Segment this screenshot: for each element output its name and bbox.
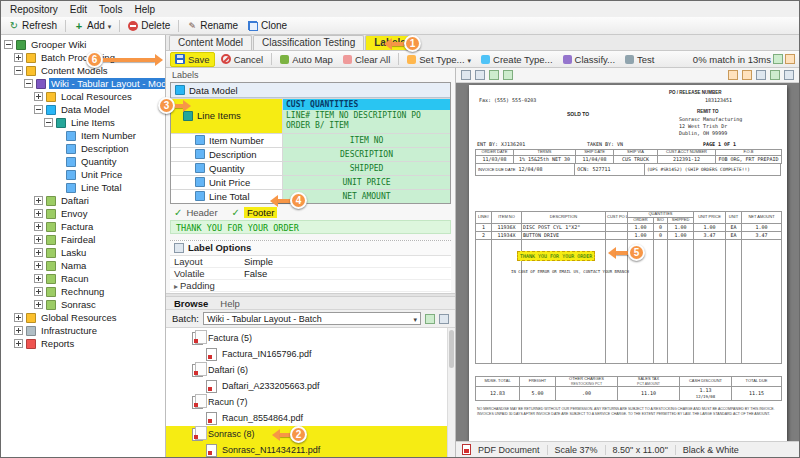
auto-map-button[interactable]: Auto Map — [276, 53, 337, 66]
thank-you-highlight[interactable]: THANK YOU FOR YOUR ORDER — [517, 251, 595, 261]
tree-item-line-items[interactable]: Line Items — [1, 116, 165, 129]
clone-button[interactable]: Clone — [244, 19, 291, 32]
field-label-value[interactable]: ITEM NO — [283, 134, 450, 147]
panel-layout-icon[interactable] — [785, 54, 795, 64]
tree-item-unit-price[interactable]: Unit Price — [1, 168, 165, 181]
option-value[interactable]: False — [240, 268, 451, 279]
expander-icon[interactable] — [34, 248, 43, 257]
batch-folder-daftari[interactable]: Daftari (6) — [166, 362, 455, 378]
batch-dropdown[interactable]: Wiki - Tabular Layout - Batch — [203, 312, 421, 325]
tree-item-lasku[interactable]: Lasku — [1, 246, 165, 259]
select-icon[interactable] — [461, 70, 471, 80]
batch-folder-racun[interactable]: Racun (7) — [166, 394, 455, 410]
tree-item-local-resources[interactable]: Local Resources — [1, 90, 165, 103]
option-row-volatile[interactable]: Volatile False — [170, 268, 451, 280]
menu-repository[interactable]: Repository — [4, 3, 64, 16]
test-button[interactable]: Test — [621, 53, 658, 66]
batch-folder-factura[interactable]: Factura (5) — [166, 330, 455, 346]
tree-item-grooper-wiki[interactable]: Grooper Wiki — [1, 38, 165, 51]
tree-item-envoy[interactable]: Envoy — [1, 207, 165, 220]
create-type-button[interactable]: Create Type... — [477, 53, 557, 66]
expander-icon[interactable] — [14, 326, 23, 335]
thumbnails-icon[interactable] — [770, 70, 780, 80]
expander-icon[interactable] — [34, 222, 43, 231]
header-check-icon[interactable] — [174, 207, 182, 218]
tab-browse[interactable]: Browse — [174, 298, 208, 309]
field-label-value[interactable]: NET AMOUNT — [283, 190, 450, 203]
option-value[interactable] — [240, 280, 451, 291]
tree-item-racun[interactable]: Racun — [1, 272, 165, 285]
menu-edit[interactable]: Edit — [64, 3, 93, 16]
fit-page-icon[interactable] — [756, 70, 766, 80]
tree-item-infrastructure[interactable]: Infrastructure — [1, 324, 165, 337]
delete-button[interactable]: Delete — [124, 19, 174, 32]
batch-options-icon[interactable] — [439, 314, 449, 324]
expander-icon[interactable] — [14, 313, 23, 322]
tree-item-daftari[interactable]: Daftari — [1, 194, 165, 207]
field-row-description[interactable]: Description DESCRIPTION — [171, 147, 450, 161]
tree-item-description[interactable]: Description — [1, 142, 165, 155]
cancel-button[interactable]: Cancel — [217, 53, 268, 66]
zoom-in-icon[interactable] — [489, 70, 499, 80]
refresh-button[interactable]: Refresh — [5, 19, 61, 32]
diagnostics-icon[interactable] — [773, 54, 783, 64]
field-name-cell[interactable]: Description — [171, 148, 283, 161]
invoice-page[interactable]: Fax: (555) 555-0203 PO / RELEASE NUMBER … — [469, 85, 787, 441]
tree-item-global-resources[interactable]: Global Resources — [1, 311, 165, 324]
fit-width-icon[interactable] — [742, 70, 752, 80]
tree-item-factura[interactable]: Factura — [1, 220, 165, 233]
rename-button[interactable]: Rename — [183, 19, 242, 32]
expander-icon[interactable] — [34, 300, 43, 309]
header-toggle[interactable]: Header — [186, 207, 217, 218]
footer-label-preview[interactable]: THANK YOU FOR YOUR ORDER — [170, 220, 451, 234]
save-button[interactable]: Save — [170, 52, 215, 67]
line-items-label-value[interactable]: CUST QUANTITIES LINE# ITEM NO DESCRIPTIO… — [283, 99, 450, 133]
expander-icon[interactable] — [44, 118, 53, 127]
batch-doc-racun[interactable]: Racun_8554864.pdf — [166, 410, 455, 426]
field-label-value[interactable]: SHIPPED — [283, 162, 450, 175]
field-row-quantity[interactable]: Quantity SHIPPED — [171, 161, 450, 175]
tree-item-wiki-tabular-layout-model[interactable]: Wiki - Tabular Layout - Model — [1, 77, 165, 90]
tree-item-data-model[interactable]: Data Model — [1, 103, 165, 116]
expander-icon[interactable] — [14, 339, 23, 348]
expander-icon[interactable] — [24, 79, 33, 88]
option-row-layout[interactable]: Layout Simple — [170, 256, 451, 268]
viewer-settings-icon[interactable] — [784, 70, 794, 80]
zoom-out-icon[interactable] — [503, 70, 513, 80]
footer-check-icon[interactable] — [232, 207, 240, 218]
tree-item-reports[interactable]: Reports — [1, 337, 165, 350]
tree-item-sonrasc[interactable]: Sonrasc — [1, 298, 165, 311]
expander-icon[interactable] — [34, 261, 43, 270]
scale-status[interactable]: Scale 37% — [555, 445, 598, 455]
field-row-line-total[interactable]: Line Total NET AMOUNT — [171, 189, 450, 203]
field-row-unit-price[interactable]: Unit Price UNIT PRICE — [171, 175, 450, 189]
set-type-button[interactable]: Set Type... — [403, 53, 475, 66]
menu-help[interactable]: Help — [128, 3, 161, 16]
expander-icon[interactable] — [34, 287, 43, 296]
expander-icon[interactable] — [4, 40, 13, 49]
tree-item-quantity[interactable]: Quantity — [1, 155, 165, 168]
list-scrollbar[interactable] — [447, 328, 455, 457]
add-button[interactable]: Add — [70, 19, 115, 32]
expander-icon[interactable] — [14, 66, 23, 75]
field-name-cell[interactable]: Item Number — [171, 134, 283, 147]
field-name-cell[interactable]: Quantity — [171, 162, 283, 175]
tree-item-nama[interactable]: Nama — [1, 259, 165, 272]
pan-icon[interactable] — [475, 70, 485, 80]
expand-arrow-icon[interactable] — [174, 280, 178, 291]
expander-icon[interactable] — [34, 105, 43, 114]
field-label-value[interactable]: UNIT PRICE — [283, 176, 450, 189]
expander-icon[interactable] — [34, 274, 43, 283]
field-name-cell[interactable]: Unit Price — [171, 176, 283, 189]
tree-item-item-number[interactable]: Item Number — [1, 129, 165, 142]
tab-help[interactable]: Help — [220, 298, 240, 309]
tab-content-model[interactable]: Content Model — [169, 35, 252, 50]
viewer-canvas[interactable]: Fax: (555) 555-0203 PO / RELEASE NUMBER … — [456, 83, 799, 441]
expander-icon[interactable] — [14, 53, 23, 62]
tab-classification-testing[interactable]: Classification Testing — [253, 35, 364, 50]
tree-item-rechnung[interactable]: Rechnung — [1, 285, 165, 298]
field-label-value[interactable]: DESCRIPTION — [283, 148, 450, 161]
classify-button[interactable]: Classify... — [559, 53, 619, 66]
expander-icon[interactable] — [34, 235, 43, 244]
data-model-grid-header[interactable]: Data Model — [171, 83, 450, 98]
